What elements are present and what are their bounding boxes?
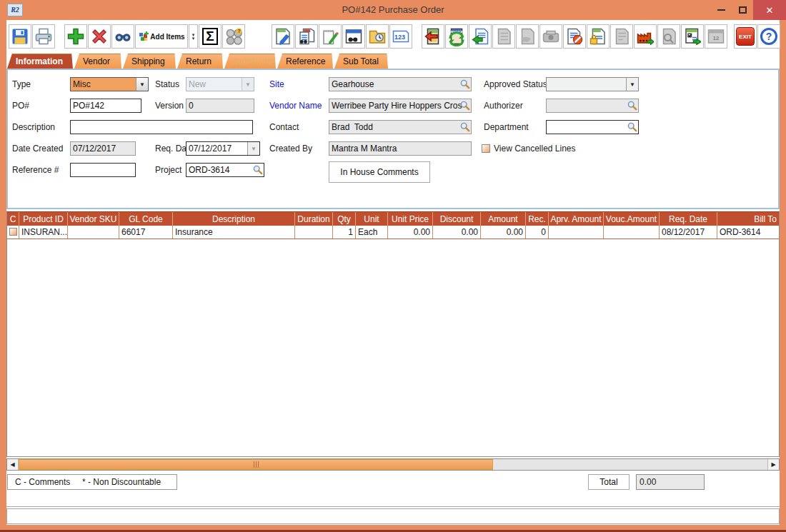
po-number-field[interactable] bbox=[70, 99, 141, 113]
reference-field[interactable] bbox=[70, 163, 136, 177]
spare-parts-button[interactable]: ? bbox=[222, 24, 245, 49]
col-header-discount[interactable]: Discount bbox=[433, 212, 481, 226]
col-header-c[interactable]: C bbox=[7, 212, 19, 226]
contact-field[interactable] bbox=[329, 120, 472, 134]
description-field[interactable] bbox=[70, 120, 253, 134]
invoice-return-button[interactable] bbox=[422, 24, 444, 49]
print-icon bbox=[35, 28, 52, 45]
copy-with-search-button[interactable] bbox=[295, 24, 318, 49]
view-cancelled-lines-option[interactable]: View Cancelled Lines bbox=[482, 141, 576, 156]
col-header-duration[interactable]: Duration bbox=[295, 212, 333, 226]
description-input[interactable] bbox=[70, 120, 253, 134]
handover-document-button bbox=[516, 24, 539, 49]
export-document-button[interactable] bbox=[469, 24, 492, 49]
req-date-combo[interactable]: 07/12/2017 ▼ bbox=[186, 141, 260, 156]
search-disabled-icon bbox=[660, 28, 677, 45]
tab-subrental: SubRental bbox=[224, 54, 276, 69]
col-header-unit[interactable]: Unit bbox=[356, 212, 388, 226]
chevron-down-icon[interactable]: ▼ bbox=[136, 78, 148, 91]
col-header-unit-price[interactable]: Unit Price bbox=[388, 212, 433, 226]
chevron-down-icon[interactable]: ▼ bbox=[626, 78, 638, 91]
contact-input[interactable] bbox=[329, 120, 472, 134]
department-field[interactable] bbox=[546, 120, 639, 134]
col-header-vouc-amount[interactable]: Vouc.Amount bbox=[604, 212, 660, 226]
col-header-bill-to[interactable]: Bill To bbox=[717, 212, 779, 226]
cell-vouc-amount bbox=[604, 226, 660, 239]
chevron-down-icon: ▼ bbox=[242, 78, 254, 91]
minimize-button[interactable] bbox=[710, 0, 732, 20]
col-header-description[interactable]: Description bbox=[173, 212, 295, 226]
scroll-right-button[interactable]: ▶ bbox=[767, 459, 779, 470]
numbering-button[interactable]: 123 bbox=[389, 24, 412, 49]
approved-status-combo[interactable]: ▼ bbox=[546, 77, 639, 91]
scroll-left-button[interactable]: ◀ bbox=[7, 459, 19, 470]
exit-button[interactable]: EXIT bbox=[734, 24, 757, 49]
search-icon[interactable] bbox=[460, 122, 470, 132]
view-cancelled-lines-checkbox[interactable] bbox=[482, 144, 490, 153]
close-button[interactable]: ✕ bbox=[753, 0, 786, 20]
reference-input[interactable] bbox=[70, 163, 136, 177]
col-header-qty[interactable]: Qty bbox=[333, 212, 356, 226]
type-label: Type bbox=[12, 77, 31, 91]
tab-information[interactable]: Information bbox=[7, 54, 73, 69]
search-icon[interactable] bbox=[253, 165, 263, 175]
scrollbar-thumb[interactable] bbox=[19, 459, 493, 470]
col-header-aprv-amount[interactable]: Aprv. Amount bbox=[549, 212, 604, 226]
help-button[interactable]: ? bbox=[757, 24, 780, 49]
grid-header: C Product ID Vendor SKU GL Code Descript… bbox=[7, 212, 779, 226]
edit-document-button[interactable] bbox=[272, 24, 294, 49]
window-search-button[interactable] bbox=[342, 24, 365, 49]
project-field[interactable] bbox=[186, 163, 264, 177]
po-number-input[interactable] bbox=[70, 99, 141, 113]
cell-duration bbox=[295, 226, 333, 239]
sum-button[interactable]: Σ bbox=[199, 24, 222, 49]
tab-return[interactable]: Return bbox=[177, 54, 223, 69]
add-items-button[interactable]: Add Items bbox=[135, 24, 188, 49]
row-checkbox[interactable] bbox=[9, 228, 17, 236]
col-header-req-date[interactable]: Req. Date bbox=[660, 212, 717, 226]
find-button[interactable] bbox=[111, 24, 134, 49]
vendor-name-input[interactable] bbox=[329, 99, 472, 113]
delete-line-button[interactable] bbox=[88, 24, 111, 49]
search-icon[interactable] bbox=[627, 101, 637, 111]
site-input[interactable] bbox=[329, 77, 472, 91]
tab-shipping[interactable]: Shipping bbox=[123, 54, 176, 69]
authorizer-input[interactable] bbox=[546, 99, 639, 113]
tab-subtotal[interactable]: Sub Total bbox=[334, 54, 388, 69]
type-combo[interactable]: Misc ▼ bbox=[70, 77, 149, 91]
manufacture-button[interactable] bbox=[634, 24, 657, 49]
approve-export-button[interactable] bbox=[681, 24, 704, 49]
titlebar[interactable]: R2 PO#142 Purchase Order ✕ bbox=[0, 0, 786, 20]
table-row[interactable]: INSURAN... 66017 Insurance 1 Each 0.00 0… bbox=[7, 226, 779, 239]
search-icon[interactable] bbox=[460, 101, 470, 111]
notes-button[interactable] bbox=[319, 24, 342, 49]
add-items-more-button[interactable]: ▾▾ bbox=[189, 24, 198, 49]
col-header-vendor-sku[interactable]: Vendor SKU bbox=[68, 212, 119, 226]
col-header-rec[interactable]: Rec. bbox=[526, 212, 549, 226]
total-button[interactable]: Total bbox=[588, 474, 630, 490]
cancel-document-button[interactable] bbox=[563, 24, 586, 49]
document-disabled-icon bbox=[495, 28, 512, 45]
invoice-generate-button[interactable]: INVOICE bbox=[445, 24, 468, 49]
tab-reference[interactable]: Reference bbox=[277, 54, 333, 69]
calendar-button: 12 bbox=[705, 24, 727, 49]
maximize-button[interactable] bbox=[732, 0, 753, 20]
authorizer-field[interactable] bbox=[546, 99, 639, 113]
folder-history-button[interactable] bbox=[366, 24, 389, 49]
horizontal-scrollbar[interactable]: ◀ ▶ bbox=[6, 458, 780, 471]
search-icon[interactable] bbox=[627, 122, 637, 132]
secure-document-button[interactable] bbox=[587, 24, 610, 49]
vendor-name-field[interactable] bbox=[329, 99, 472, 113]
in-house-comments-button[interactable]: In House Comments bbox=[329, 161, 430, 183]
tab-vendor[interactable]: Vendor bbox=[74, 54, 121, 69]
col-header-product-id[interactable]: Product ID bbox=[19, 212, 68, 226]
save-button[interactable] bbox=[9, 24, 31, 49]
add-line-button[interactable] bbox=[64, 24, 87, 49]
search-icon[interactable] bbox=[460, 79, 470, 89]
scrollbar-track[interactable] bbox=[493, 459, 767, 470]
col-header-amount[interactable]: Amount bbox=[481, 212, 526, 226]
col-header-gl-code[interactable]: GL Code bbox=[119, 212, 173, 226]
department-input[interactable] bbox=[546, 120, 639, 134]
site-field[interactable] bbox=[329, 77, 472, 91]
print-button[interactable] bbox=[32, 24, 55, 49]
